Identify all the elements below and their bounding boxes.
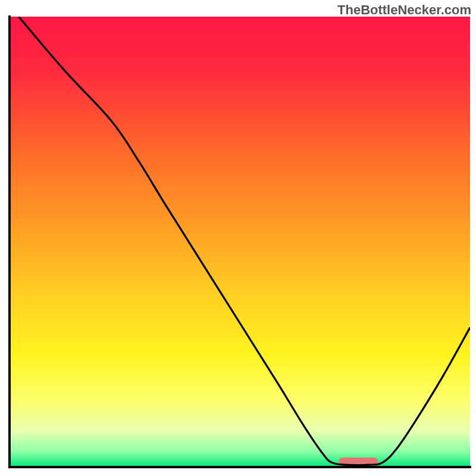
bottleneck-chart: TheBottleNecker.com <box>0 0 476 476</box>
watermark-text: TheBottleNecker.com <box>337 2 471 18</box>
chart-svg <box>0 0 476 476</box>
